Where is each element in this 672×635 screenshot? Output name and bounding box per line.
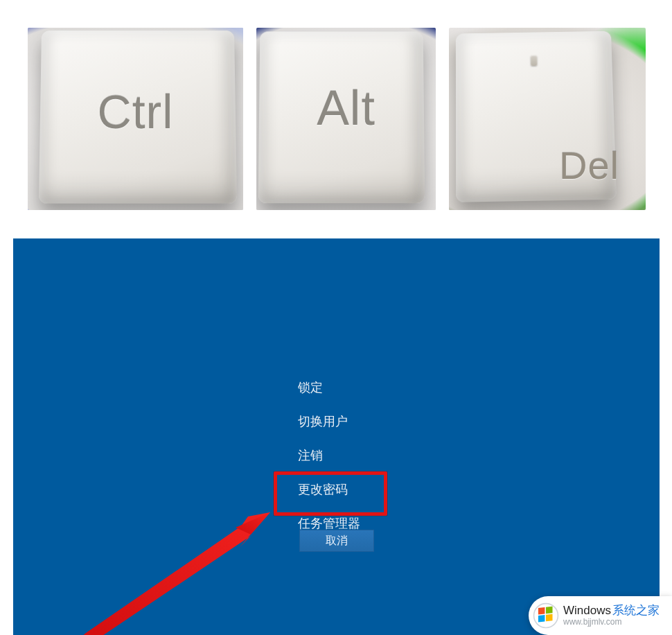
key-cap <box>258 31 425 203</box>
menu-item-lock[interactable]: 锁定 <box>298 374 423 401</box>
menu-item-switch-user[interactable]: 切换用户 <box>298 408 423 435</box>
svg-rect-4 <box>546 607 553 614</box>
watermark-brand-cn: 系统之家 <box>612 604 660 617</box>
windows-logo-icon <box>533 602 559 629</box>
menu-item-sign-out[interactable]: 注销 <box>298 442 423 469</box>
watermark-badge: Windows系统之家 www.bjjmlv.com <box>529 596 672 635</box>
security-menu: 锁定 切换用户 注销 更改密码 任务管理器 <box>298 374 423 544</box>
key-photo-del: Del <box>449 28 646 210</box>
svg-rect-3 <box>538 607 545 614</box>
cancel-button[interactable]: 取消 <box>299 530 374 552</box>
key-photo-alt: Alt <box>256 28 436 210</box>
watermark-brand-en: Windows <box>563 604 611 617</box>
key-photo-ctrl: Ctrl <box>28 28 243 210</box>
key-cap <box>39 31 237 203</box>
svg-rect-5 <box>538 615 545 622</box>
menu-item-change-password[interactable]: 更改密码 <box>298 476 423 503</box>
watermark-url: www.bjjmlv.com <box>563 618 660 627</box>
key-row: Ctrl Alt Del <box>28 28 658 210</box>
key-bump <box>531 55 538 66</box>
key-cap <box>456 31 617 202</box>
watermark-title: Windows系统之家 <box>563 604 660 618</box>
svg-rect-6 <box>546 614 553 621</box>
